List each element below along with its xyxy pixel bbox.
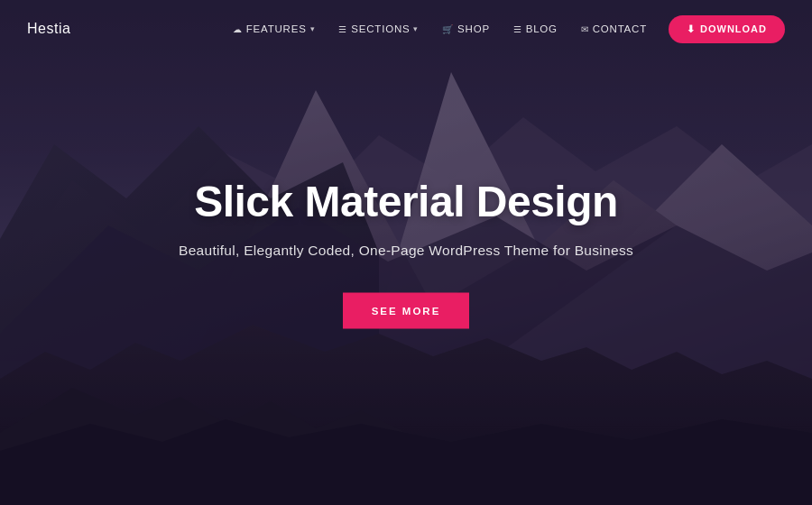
contact-icon: ✉ bbox=[581, 24, 589, 34]
hero-section: Hestia ☁ FEATURES ▾ ☰ SECTIONS ▾ 🛒 SHOP … bbox=[0, 0, 812, 505]
nav-item-shop[interactable]: 🛒 SHOP bbox=[433, 18, 499, 40]
navbar: Hestia ☁ FEATURES ▾ ☰ SECTIONS ▾ 🛒 SHOP … bbox=[0, 0, 812, 58]
download-icon: ⬇ bbox=[687, 23, 696, 35]
sections-icon: ☰ bbox=[338, 24, 347, 34]
nav-item-contact[interactable]: ✉ CONTACT bbox=[572, 18, 656, 40]
hero-subtitle: Beautiful, Elegantly Coded, One-Page Wor… bbox=[90, 243, 722, 259]
nav-item-features[interactable]: ☁ FEATURES ▾ bbox=[224, 18, 325, 40]
nav-links: ☁ FEATURES ▾ ☰ SECTIONS ▾ 🛒 SHOP ☰ BLOG … bbox=[224, 15, 785, 43]
brand-logo: Hestia bbox=[27, 21, 70, 37]
see-more-button[interactable]: SEE MORE bbox=[343, 293, 470, 329]
blog-icon: ☰ bbox=[513, 24, 522, 34]
nav-item-sections[interactable]: ☰ SECTIONS ▾ bbox=[329, 18, 428, 40]
shop-icon: 🛒 bbox=[442, 24, 454, 34]
hero-content: Slick Material Design Beautiful, Elegant… bbox=[90, 177, 722, 329]
hero-title: Slick Material Design bbox=[90, 177, 722, 226]
nav-item-blog[interactable]: ☰ BLOG bbox=[504, 18, 567, 40]
features-chevron-icon: ▾ bbox=[310, 24, 316, 33]
features-icon: ☁ bbox=[233, 24, 243, 34]
download-button[interactable]: ⬇ DOWNLOAD bbox=[669, 15, 785, 43]
sections-chevron-icon: ▾ bbox=[413, 24, 419, 33]
